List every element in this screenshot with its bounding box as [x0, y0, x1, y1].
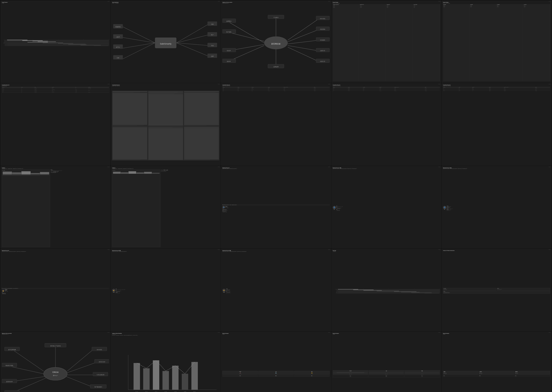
slide-6[interactable]: Competitive Research 竞品分析的主要重点 SLIDE/006…: [0, 83, 110, 165]
slide-13-content: "客服团队效率低下导致客户流失，我需要一个能够智能分配工作的系统" 👤 Simo…: [222, 170, 330, 247]
svg-rect-98: [182, 374, 188, 390]
slide-10-content: Product Name Visual Style Visual Element…: [443, 87, 550, 164]
slide-15[interactable]: Marketing Persona A (图) 根据研究分析与访谈结果, 了解品…: [442, 166, 552, 248]
slide-16[interactable]: Marketing Persona B 根据研究分析与访谈结果, 了解品牌目标受…: [0, 249, 110, 331]
slide-14[interactable]: Marketing Persona A (图) 根据研究分析与访谈结果, 了解品…: [331, 166, 441, 248]
svg-text:AI助手: AI助手: [116, 36, 120, 38]
slide-17-title: Marketing Persona B (图): [112, 250, 219, 251]
slide-13-title: Marketing Persona A: [222, 168, 330, 168]
svg-rect-94: [143, 368, 150, 390]
slide-20-title: Analysis of Product Introductions: [443, 250, 550, 251]
svg-text:功能: 功能: [211, 23, 214, 25]
slide-22-num: SLIDE/022: [218, 332, 220, 333]
svg-line-65: [7, 366, 43, 374]
svg-text:产品展示: 产品展示: [273, 17, 279, 18]
slide-25-num: SLIDE/025: [549, 332, 551, 333]
slide-23[interactable]: Brand Archetypes 品牌原型 SLIDE/023 Hero/英雄 …: [221, 332, 331, 392]
slide-15-title: Marketing Persona A (图): [443, 168, 550, 168]
svg-text:社交媒体: 社交媒体: [320, 39, 325, 41]
slides-grid: Design Progress 设计进度 SLIDE/001 0% 51% 6/…: [0, 0, 552, 392]
svg-text:品牌: 品牌: [211, 56, 214, 57]
slide-17-content: 👩 我乃至管 背景 电商公司客服主管，负责管理10+客服人员，日常处理订单、退换…: [112, 252, 219, 330]
slide-25-subtitle: 品牌原型: [443, 334, 550, 335]
slide-23-content: Hero/英雄 Motivator 🦸 勇于挑战、克服困难 工程师 Engine…: [222, 335, 330, 392]
slide-22[interactable]: Analysis of Brand Reliability 品牌可靠性分析 SL…: [111, 332, 221, 392]
slide-23-num: SLIDE/023: [328, 332, 330, 333]
slide-7-num: SLIDE/007: [218, 84, 220, 84]
slide-9[interactable]: Competitive Research 竞品分析 - 视觉 / 内容方向对照 …: [331, 83, 441, 165]
slide-16-subtitle: 根据研究分析与访谈结果, 了解品牌目标受众的态度和行为, 整理分析后定义不同的品…: [2, 251, 109, 252]
svg-line-7: [176, 35, 208, 43]
slide-14-content: 👤 Simon 背景 营销总监，负责品牌推广与获客，关注ROI与转化率 目标 1…: [333, 170, 440, 247]
slide-25-title: Brand Archetypes: [443, 333, 550, 334]
svg-line-68: [67, 350, 93, 371]
svg-text:用户: 用户: [211, 34, 214, 36]
slide-13-num: SLIDE/013: [328, 167, 330, 167]
svg-text:是什么？: 是什么？: [53, 375, 58, 376]
slide-25[interactable]: Brand Archetypes 品牌原型 SLIDE/025 英雄型 Hero…: [442, 332, 552, 392]
svg-text:价格: 价格: [164, 391, 167, 392]
slide-3-subtitle: 品牌新官网的目标是什么？: [222, 3, 330, 4]
slide-16-num: SLIDE/016: [108, 249, 110, 250]
svg-line-32: [288, 19, 319, 40]
svg-line-35: [288, 46, 319, 51]
svg-text:品牌曝光: 品牌曝光: [226, 21, 231, 22]
slide-8-num: SLIDE/008: [328, 84, 330, 84]
svg-text:整合: 整合: [193, 391, 196, 392]
svg-line-8: [176, 43, 208, 46]
slide-10-title: Competitive Research: [443, 84, 550, 86]
slide-10-subtitle: 竞品分析 - 视觉 / 内容方向对照: [443, 86, 550, 86]
svg-line-36: [288, 47, 319, 62]
slide-12[interactable]: Audience 了解品牌的核心用户、考察品牌用户档案，理解品牌用户的行为模式来…: [111, 166, 221, 248]
slide-19[interactable]: Next Step 下阶段规划 SLIDE/019 0% 51% 6/9 7/2…: [331, 249, 441, 331]
slide-8-title: Competitive Research: [222, 84, 330, 86]
slide-1[interactable]: Design Progress 设计进度 SLIDE/001 0% 51% 6/…: [0, 0, 110, 83]
slide-13[interactable]: Marketing Persona A 根据研究分析与访谈结果, 了解品牌目标受…: [221, 166, 331, 248]
slide-5[interactable]: Design Strategy 确定设计分析资料后的策略 SLIDE/005 视…: [442, 0, 552, 83]
slide-20[interactable]: Analysis of Product Introductions SLIDE/…: [442, 249, 552, 331]
slide-4[interactable]: Design Strategy 确定设计分析资料后的策略 SLIDE/004 如…: [331, 0, 441, 83]
slide-10-num: SLIDE/010: [549, 84, 551, 84]
slide-24[interactable]: Brand Archetypes 品牌原型 SLIDE/024 Hero/英雄 …: [331, 332, 441, 392]
slide-4-title: Design Strategy: [333, 2, 440, 3]
slide-18-num: SLIDE/018: [328, 249, 330, 250]
slide-18[interactable]: Marketing Persona B (图) 根据研究分析与访谈结果, 了解品…: [221, 249, 331, 331]
slide-9-title: Competitive Research: [333, 84, 440, 86]
slide-8-content: Product Name Visual Style Visual Element…: [222, 87, 330, 164]
slide-2-num: SLIDE/002: [218, 1, 220, 2]
slide-7[interactable]: Competitive Research 竞品分析 - 视觉 / 内容方向对照 …: [111, 83, 221, 165]
slide-7-content: [112, 87, 219, 164]
svg-text:官网目标: 官网目标: [52, 371, 59, 373]
slide-11-subtitle: 了解品牌的核心用户、考察品牌用户档案，理解品牌用户的行为模式来驱动设计决策: [2, 168, 109, 169]
slide-17-subtitle: 根据研究分析与访谈结果, 了解品牌目标受众的态度和行为: [112, 251, 219, 252]
slide-18-title: Marketing Persona B (图): [222, 250, 330, 251]
slide-9-content: Product Name Visual Style Visual Element…: [333, 87, 440, 164]
slide-10[interactable]: Competitive Research 竞品分析 - 视觉 / 内容方向对照 …: [442, 83, 552, 165]
svg-text:分析: 分析: [117, 57, 119, 59]
slide-5-num: SLIDE/005: [549, 1, 551, 2]
svg-rect-99: [192, 362, 198, 390]
slide-24-num: SLIDE/024: [438, 332, 440, 333]
slide-21-title: Objective of the new website: [2, 333, 109, 334]
slide-3[interactable]: Objective of the new website 品牌新官网的目标是什么…: [221, 0, 331, 83]
slide-15-num: SLIDE/015: [549, 167, 551, 167]
svg-rect-95: [153, 360, 159, 390]
slide-16-title: Marketing Persona B: [2, 250, 109, 251]
svg-line-5: [123, 43, 155, 59]
svg-line-9: [176, 43, 208, 56]
slide-17[interactable]: Marketing Persona B (图) 根据研究分析与访谈结果, 了解品…: [111, 249, 221, 331]
slide-1-content: 0% 51% 6/9 7/24 9/1 Business Interview D…: [2, 4, 109, 82]
slide-8-subtitle: 竞品分析 - 视觉 / 结构方向对照: [222, 86, 330, 86]
slide-2[interactable]: About SaleSmartly 品牌简介：关于智能客服 SLIDE/002 …: [111, 0, 221, 83]
svg-text:SaleSmartly: SaleSmartly: [160, 42, 172, 45]
svg-text:功能: 功能: [174, 391, 177, 392]
slide-21[interactable]: Objective of the new website 品牌新官网的目标是什么…: [0, 332, 110, 392]
slide-14-subtitle: 根据研究分析与访谈结果, 了解品牌目标受众的态度和行为, 整理分析后定义不同的品…: [333, 168, 440, 169]
slide-1-title: Design Progress: [2, 2, 109, 3]
slide-8[interactable]: Competitive Research 竞品分析 - 视觉 / 结构方向对照 …: [221, 83, 331, 165]
slide-12-title: Audience: [112, 168, 219, 168]
slide-11[interactable]: Audience 了解品牌的核心用户、考察品牌用户档案，理解品牌用户的行为模式来…: [0, 166, 110, 248]
slide-2-title: About SaleSmartly: [112, 2, 219, 3]
slide-11-title: Audience: [2, 168, 109, 168]
slide-18-subtitle: 根据研究分析与访谈结果, 了解品牌目标受众的态度和行为, 整理分析后定义不同的品…: [222, 251, 330, 252]
